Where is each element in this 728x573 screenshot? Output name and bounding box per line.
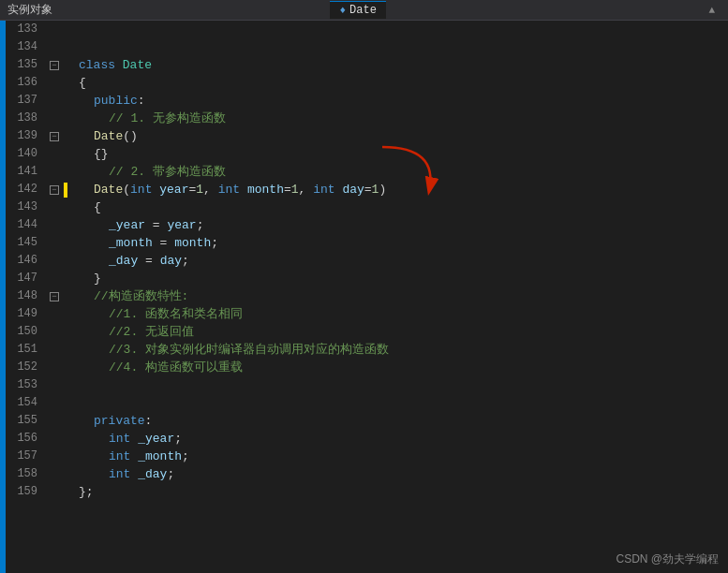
line-number: 157: [6, 448, 37, 465]
code-line: // 2. 带参构造函数: [71, 163, 728, 181]
file-tab[interactable]: ♦ Date: [330, 1, 385, 19]
current-line-indicator: ▶: [64, 183, 67, 198]
fold-indicator: [45, 38, 64, 56]
code-token: =: [153, 234, 174, 252]
code-token: _month: [138, 448, 182, 465]
line-number: 138: [6, 110, 37, 127]
code-line: }: [71, 270, 728, 287]
code-line: // 1. 无参构造函数: [71, 110, 728, 127]
fold-indicator: −: [45, 127, 64, 145]
code-token: ): [379, 181, 386, 198]
code-token: day: [342, 181, 364, 198]
code-token: (: [123, 181, 130, 198]
fold-column: −−−−: [45, 21, 64, 573]
code-line: //4. 构造函数可以重载: [71, 359, 728, 376]
code-token: ;: [211, 234, 218, 252]
line-number: 144: [6, 216, 37, 234]
window-title: 实例对象: [7, 2, 330, 18]
code-token: _day: [138, 465, 167, 483]
code-token: month: [247, 181, 284, 198]
fold-indicator: [45, 394, 64, 412]
code-token: =: [188, 181, 196, 198]
code-token: int: [130, 181, 152, 198]
code-line: public:: [71, 92, 728, 110]
code-line: _month = month;: [71, 234, 728, 252]
line-number: 153: [6, 376, 37, 394]
code-token: ,: [299, 181, 314, 198]
fold-indicator: −: [45, 56, 64, 74]
code-line: _year = year;: [71, 216, 728, 234]
fold-button[interactable]: −: [50, 185, 59, 195]
line-number: 143: [6, 198, 37, 216]
fold-button[interactable]: −: [50, 292, 59, 301]
code-line: {}: [71, 145, 728, 163]
line-number: 154: [6, 394, 37, 412]
code-token: int: [218, 181, 240, 198]
fold-indicator: [45, 270, 64, 287]
fold-indicator: [45, 21, 64, 38]
code-token: //4. 构造函数可以重载: [109, 359, 243, 376]
code-token: }: [94, 270, 101, 287]
code-token: _year: [138, 430, 174, 448]
code-token: year: [167, 216, 196, 234]
code-token: int: [313, 181, 334, 198]
code-token: int: [109, 465, 130, 483]
code-token: [152, 181, 159, 198]
tab-icon: ♦: [339, 5, 346, 16]
code-token: month: [174, 234, 211, 252]
code-token: =: [364, 181, 372, 198]
code-line: private:: [71, 412, 728, 430]
code-token: //3. 对象实例化时编译器自动调用对应的构造函数: [109, 341, 389, 359]
line-number: 136: [6, 74, 37, 92]
code-token: 1: [291, 181, 299, 198]
fold-indicator: [45, 376, 64, 394]
fold-indicator: [45, 359, 64, 376]
code-line: {: [71, 74, 728, 92]
code-line: int _year;: [71, 430, 728, 448]
code-token: [335, 181, 343, 198]
code-area[interactable]: class Date{public:// 1. 无参构造函数Date(){}//…: [64, 21, 728, 573]
code-token: {: [94, 198, 101, 216]
fold-button[interactable]: −: [50, 132, 59, 141]
code-token: ;: [197, 216, 204, 234]
fold-indicator: [45, 163, 64, 181]
code-token: Date: [94, 127, 123, 145]
line-number: 139: [6, 127, 37, 145]
code-line: ▶Date(int year=1, int month=1, int day=1…: [71, 181, 728, 198]
code-token: {: [79, 74, 86, 92]
code-line: int _month;: [71, 448, 728, 465]
code-line: [71, 394, 728, 412]
code-line: //1. 函数名和类名相同: [71, 305, 728, 323]
fold-indicator: [45, 145, 64, 163]
code-token: ;: [167, 465, 174, 483]
code-token: int: [109, 448, 130, 465]
code-line: [71, 38, 728, 56]
code-token: =: [138, 252, 159, 270]
line-number: 134: [6, 38, 37, 56]
code-line: [71, 21, 728, 38]
line-number: 151: [6, 341, 37, 359]
code-line: Date(): [71, 127, 728, 145]
code-token: ;: [182, 252, 189, 270]
code-line: //构造函数特性:: [71, 287, 728, 305]
code-token: public: [94, 92, 138, 110]
line-number: 137: [6, 92, 37, 110]
fold-indicator: [45, 305, 64, 323]
fold-indicator: [45, 216, 64, 234]
fold-indicator: [45, 92, 64, 110]
code-token: [240, 181, 247, 198]
watermark-text: CSDN @劲夫学编程: [616, 551, 719, 567]
fold-button[interactable]: −: [50, 61, 59, 70]
line-number: 149: [6, 305, 37, 323]
code-line: [71, 376, 728, 394]
code-token: day: [160, 252, 182, 270]
code-token: {}: [94, 145, 109, 163]
code-token: ,: [203, 181, 218, 198]
line-numbers: 1331341351361371381391401411421431441451…: [6, 21, 45, 573]
code-token: class: [79, 56, 123, 74]
line-number: 155: [6, 412, 37, 430]
line-number: 158: [6, 465, 37, 483]
line-number: 146: [6, 252, 37, 270]
fold-indicator: [45, 430, 64, 448]
code-token: _month: [109, 234, 153, 252]
